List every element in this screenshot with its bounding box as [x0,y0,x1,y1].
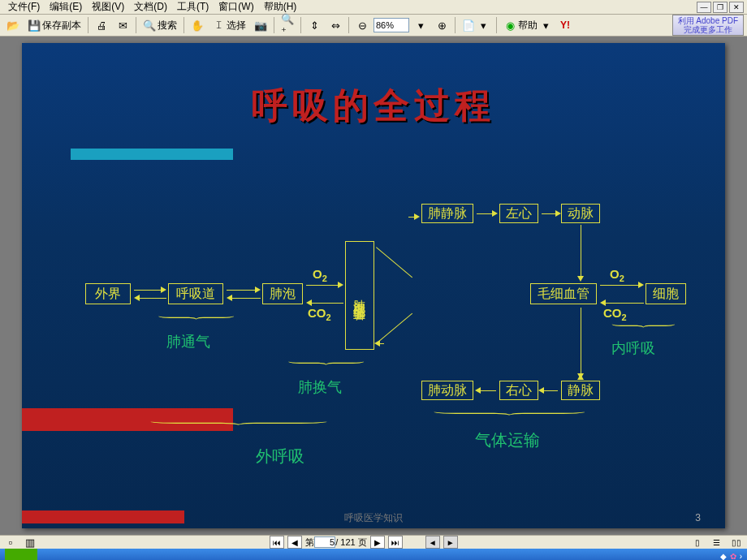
rotate-view-button[interactable]: 📄▾ [459,17,493,33]
hand-tool-button[interactable]: ✋ [188,17,207,33]
zoom-plus-button[interactable]: ⊕ [432,17,451,33]
box-xibao: 细胞 [646,283,686,304]
save-copy-label: 保存副本 [42,19,81,32]
zoom-in-button[interactable]: 🔍⁺ [278,17,297,33]
search-label: 搜索 [158,19,177,32]
page-size-icon[interactable]: ▫ [3,536,18,549]
page-layout-icon[interactable]: ▥ [23,536,37,549]
zoom-in-icon: 🔍⁺ [281,19,294,32]
next-page-button[interactable]: ▶ [370,536,385,549]
arrow [543,390,558,391]
continuous-icon[interactable]: ☰ [710,536,724,549]
zoom-input[interactable] [374,18,409,32]
prev-page-button[interactable]: ◀ [287,536,302,549]
first-page-button[interactable]: ⏮ [270,536,284,549]
arrow [480,390,496,391]
facing-icon[interactable]: ▯▯ [729,536,744,549]
arrow [227,290,256,291]
tray-icon[interactable]: ◆ [720,552,727,561]
menu-window[interactable]: 窗口(W) [214,0,258,14]
windows-taskbar: ◆ ✿ › [0,549,747,560]
forward-view-button[interactable]: ► [443,536,458,549]
adobe-pdf-badge[interactable]: 利用 Adobe PDF 完成更多工作 [672,15,744,36]
yahoo-button[interactable]: Y! [557,18,573,32]
arrow-tip [379,343,384,344]
start-button[interactable] [5,549,37,560]
menu-view[interactable]: 视图(V) [87,0,129,14]
chevron-down-icon: ▾ [539,19,552,32]
arrow [376,313,412,344]
document-viewport[interactable]: 呼吸的全过程 外界 呼吸道 肺泡 肺泡壁毛细血管 肺静脉 左心 动脉 肺动脉 右… [0,37,747,535]
select-tool-button[interactable]: 𝙸选择 [209,17,249,34]
mail-button[interactable]: ✉ [113,17,132,33]
footer-page-num: 3 [695,512,701,523]
arrow [139,298,166,299]
menu-bar: 文件(F) 编辑(E) 视图(V) 文档(D) 工具(T) 窗口(W) 帮助(H… [0,0,747,15]
brace: ︸ [610,317,683,337]
chevron-down-icon: ▾ [414,19,427,32]
arrow [311,303,343,304]
zoom-out-button[interactable]: ⊖ [352,17,372,33]
single-page-icon[interactable]: ▯ [690,536,705,549]
menu-document[interactable]: 文档(D) [129,0,172,14]
label-o2: O2 [313,267,327,283]
arrow [231,298,261,299]
save-copy-button[interactable]: 💾保存副本 [24,17,84,34]
help-icon: ◉ [503,19,516,32]
fit-height-icon: ⇕ [308,19,321,32]
tray-chevron-icon[interactable]: › [740,552,742,561]
arrow-tip [408,217,415,218]
zoom-drop-button[interactable]: ▾ [411,17,430,33]
menu-help[interactable]: 帮助(H) [259,0,302,14]
last-page-button[interactable]: ⏭ [388,536,403,549]
find-button[interactable]: 🔍搜索 [140,17,180,34]
window-restore-button[interactable]: ❐ [713,2,728,13]
box-jingmai: 静脉 [561,381,600,400]
box-huxidao: 呼吸道 [168,283,223,304]
label-qitiyunshu: 气体运输 [475,429,540,451]
print-button[interactable]: 🖨 [92,17,111,33]
window-minimize-button[interactable]: — [697,2,711,13]
brace: ︸ [156,309,244,329]
fit-width-icon: ⇔ [329,19,342,32]
menu-file[interactable]: 文件(F) [3,0,45,14]
brace: ︸ [429,405,604,424]
label-waihuxi: 外呼吸 [256,446,304,467]
box-dongmai: 动脉 [561,204,600,223]
fit-width-button[interactable]: ⇔ [326,17,345,33]
box-maoxixueguan: 毛细血管 [530,283,597,304]
fit-height-button[interactable]: ⇕ [304,17,324,33]
brace: ︸ [145,415,349,434]
window-close-button[interactable]: ✕ [729,2,744,13]
label-neihuxi: 内呼吸 [611,338,655,358]
help-button[interactable]: ◉帮助▾ [500,17,555,34]
minus-icon: ⊖ [356,19,369,32]
menu-edit[interactable]: 编辑(E) [45,0,87,14]
plus-icon: ⊕ [435,19,448,32]
system-tray[interactable]: ◆ ✿ › [720,552,747,561]
back-view-button[interactable]: ◄ [425,536,440,549]
arrow [605,303,644,304]
open-button[interactable]: 📂 [3,17,23,33]
select-label: 选择 [227,19,246,32]
arrow [600,285,639,286]
yahoo-icon: Y! [560,19,570,31]
menu-tools[interactable]: 工具(T) [172,0,214,14]
label-co2: CO2 [308,306,331,322]
brace: ︸ [286,355,374,374]
tray-icon[interactable]: ✿ [730,552,736,561]
pager-suffix: 页 [358,536,367,549]
page-input[interactable] [314,536,335,548]
hand-icon: ✋ [191,19,204,32]
main-toolbar: 📂 💾保存副本 🖨 ✉ 🔍搜索 ✋ 𝙸选择 📷 🔍⁺ ⇕ ⇔ ⊖ ▾ ⊕ 📄▾ … [0,15,747,37]
slide-title: 呼吸的全过程 [22,82,725,130]
accent-bar-cyan [71,149,233,160]
pager-prefix: 第 [305,536,314,549]
arrow [581,308,581,374]
adobe-line2: 完成更多工作 [678,25,738,34]
ibeam-icon: 𝙸 [212,19,225,32]
label-feihuanqi: 肺换气 [298,377,342,397]
binoculars-icon: 🔍 [143,19,156,32]
arrow [542,213,556,214]
snapshot-button[interactable]: 📷 [251,17,270,33]
